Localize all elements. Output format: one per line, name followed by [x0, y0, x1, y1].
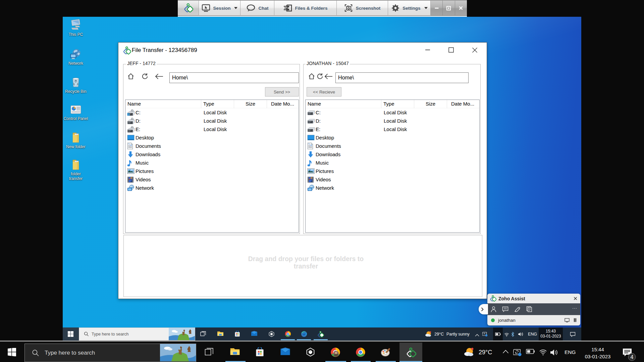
svg-text:4: 4: [631, 354, 634, 360]
